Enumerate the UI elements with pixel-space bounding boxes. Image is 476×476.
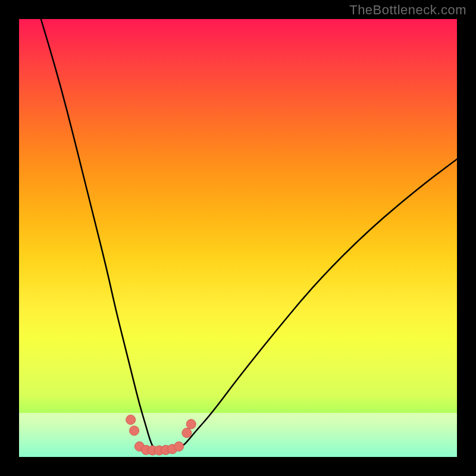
plot-area	[19, 19, 457, 457]
curve-marker	[126, 415, 136, 424]
curve-layer	[19, 19, 457, 457]
chart-stage: TheBottleneck.com	[0, 0, 476, 476]
marker-group	[126, 415, 196, 455]
curve-marker	[186, 419, 196, 429]
curve-marker	[182, 428, 192, 438]
curve-marker	[174, 441, 184, 451]
curve-marker	[130, 426, 139, 436]
watermark-text: TheBottleneck.com	[349, 2, 466, 18]
bottleneck-curve	[41, 19, 457, 453]
